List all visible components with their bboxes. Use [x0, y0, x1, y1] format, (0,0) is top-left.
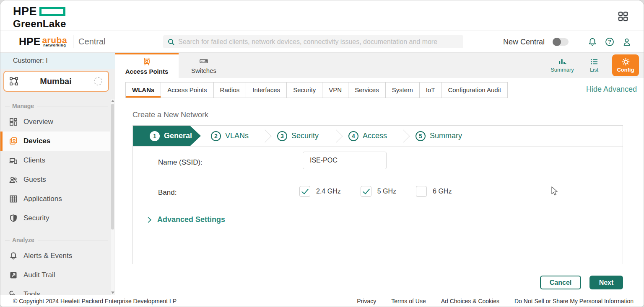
- sidebar-item-alerts-events[interactable]: Alerts & Events: [0, 246, 110, 266]
- subtab-wlans[interactable]: WLANs: [125, 82, 161, 98]
- greenlake-logo-text: GreenLake: [13, 18, 66, 30]
- applications-icon: [9, 194, 18, 204]
- hide-advanced-link[interactable]: Hide Advanced: [586, 85, 637, 94]
- user-account-icon[interactable]: [622, 37, 632, 47]
- wizard-card: 1 General 2 VLANs 3 Security 4 Access: [132, 125, 623, 264]
- view-list-button[interactable]: List: [580, 54, 608, 76]
- tab-switches-label: Switches: [191, 67, 216, 74]
- step-label: General: [164, 132, 192, 140]
- ssid-input[interactable]: [303, 152, 387, 169]
- advanced-settings-toggle[interactable]: Advanced Settings: [146, 215, 225, 224]
- search-icon: [167, 38, 175, 46]
- tab-access-points[interactable]: Access Points: [115, 53, 179, 78]
- step-security[interactable]: 3 Security: [267, 126, 334, 146]
- subtab-security[interactable]: Security: [286, 82, 322, 98]
- device-tabstrip: Access Points Switches Summary: [115, 53, 644, 78]
- alerts-bell-icon: [9, 251, 18, 261]
- hpe-brand-text: HPE: [19, 36, 40, 48]
- band-6ghz: 6 GHz: [416, 186, 452, 197]
- new-central-toggle[interactable]: [553, 38, 569, 46]
- privacy-link[interactable]: Privacy: [357, 298, 376, 304]
- sidebar-item-tools[interactable]: Tools: [0, 285, 110, 296]
- app-window: HPE GreenLake HPE aruba networking Centr…: [0, 0, 644, 307]
- view-list-label: List: [590, 67, 598, 73]
- search-input[interactable]: [178, 38, 459, 46]
- subtab-configuration-audit[interactable]: Configuration Audit: [441, 82, 508, 98]
- band-2-4ghz-checkbox[interactable]: [299, 186, 310, 197]
- greenlake-topbar: HPE GreenLake: [0, 0, 644, 31]
- audit-trail-icon: [9, 271, 18, 280]
- band-5ghz-label: 5 GHz: [377, 188, 396, 195]
- subtab-iot[interactable]: IoT: [419, 82, 442, 98]
- product-name: Central: [78, 37, 105, 46]
- cancel-button[interactable]: Cancel: [540, 276, 581, 289]
- toggle-knob: [553, 38, 561, 46]
- hpe-logo-text: HPE: [13, 5, 37, 18]
- group-name: Mumbai: [18, 77, 93, 86]
- app-launcher-icon[interactable]: [618, 11, 628, 22]
- step-label: Access: [363, 132, 387, 140]
- sidebar-item-applications[interactable]: Applications: [0, 189, 110, 209]
- sidebar-item-audit-trail[interactable]: Audit Trail: [0, 266, 110, 285]
- ad-choices-link[interactable]: Ad Choices & Cookies: [441, 298, 499, 304]
- step-general[interactable]: 1 General: [133, 126, 201, 146]
- ssid-label: Name (SSID):: [158, 158, 203, 167]
- subtab-access-points[interactable]: Access Points: [161, 82, 213, 98]
- global-search[interactable]: [163, 35, 463, 48]
- view-summary-button[interactable]: Summary: [548, 54, 576, 76]
- subtab-interfaces[interactable]: Interfaces: [246, 82, 287, 98]
- subtab-services[interactable]: Services: [348, 82, 386, 98]
- copyright-text: © Copyright 2024 Hewlett Packard Enterpr…: [13, 298, 177, 304]
- security-shield-icon: [9, 214, 18, 223]
- scroll-up-arrow[interactable]: [111, 100, 114, 102]
- tab-access-points-label: Access Points: [125, 68, 169, 75]
- new-central-label: New Central: [503, 38, 545, 46]
- view-config-label: Config: [617, 67, 634, 73]
- next-button[interactable]: Next: [589, 276, 623, 289]
- scroll-down-arrow[interactable]: [111, 292, 114, 294]
- scroll-thumb[interactable]: [111, 104, 114, 230]
- terms-of-use-link[interactable]: Terms of Use: [391, 298, 426, 304]
- sidebar-item-devices[interactable]: Devices: [0, 132, 110, 151]
- view-config-button[interactable]: Config: [612, 54, 639, 76]
- subtab-vpn[interactable]: VPN: [322, 82, 348, 98]
- sidebar-item-clients[interactable]: Clients: [0, 151, 110, 170]
- brand-divider: [73, 35, 73, 48]
- step-number: 4: [348, 131, 358, 141]
- band-6ghz-label: 6 GHz: [433, 188, 452, 195]
- aruba-central-logo: HPE aruba networking Central: [19, 35, 106, 48]
- subtab-radios[interactable]: Radios: [213, 82, 247, 98]
- band-2-4ghz-label: 2.4 GHz: [316, 188, 341, 195]
- tab-switches[interactable]: Switches: [179, 53, 229, 78]
- hpe-greenlake-logo: HPE GreenLake: [13, 5, 66, 30]
- step-label: Security: [291, 132, 319, 140]
- config-subtabs: WLANs Access Points Radios Interfaces Se…: [125, 82, 644, 98]
- group-selector[interactable]: Mumbai: [3, 71, 109, 92]
- svg-text:?: ?: [608, 39, 611, 45]
- help-question-icon[interactable]: ?: [605, 37, 615, 47]
- notifications-bell-icon[interactable]: [587, 37, 597, 47]
- subtab-system[interactable]: System: [385, 82, 420, 98]
- step-summary[interactable]: 5 Summary: [405, 126, 477, 146]
- main-content: Create a New Network 1 General 2 VLANs 3…: [115, 98, 644, 296]
- step-vlans[interactable]: 2 VLANs: [201, 126, 263, 146]
- do-not-sell-link[interactable]: Do Not Sell or Share My Personal Informa…: [514, 298, 634, 304]
- sidebar-item-overview[interactable]: Overview: [0, 112, 110, 132]
- sidebar-scrollbar[interactable]: [111, 99, 114, 295]
- step-label: VLANs: [225, 132, 249, 140]
- band-options: 2.4 GHz 5 GHz 6 GHz: [299, 186, 452, 197]
- band-6ghz-checkbox[interactable]: [416, 186, 427, 197]
- sidebar-item-security[interactable]: Security: [0, 209, 110, 228]
- step-access[interactable]: 4 Access: [338, 126, 401, 146]
- overview-grid-icon: [9, 117, 18, 126]
- band-5ghz-checkbox[interactable]: [361, 186, 371, 197]
- step-number: 1: [150, 131, 160, 141]
- list-icon: [590, 58, 598, 65]
- sidebar-item-guests[interactable]: Guests: [0, 170, 110, 189]
- customer-label: Customer: I: [13, 57, 48, 64]
- step-number: 3: [277, 131, 287, 141]
- section-manage: Manage: [0, 100, 110, 112]
- band-label: Band:: [158, 188, 177, 197]
- band-5ghz: 5 GHz: [361, 186, 396, 197]
- step-label: Summary: [430, 132, 462, 140]
